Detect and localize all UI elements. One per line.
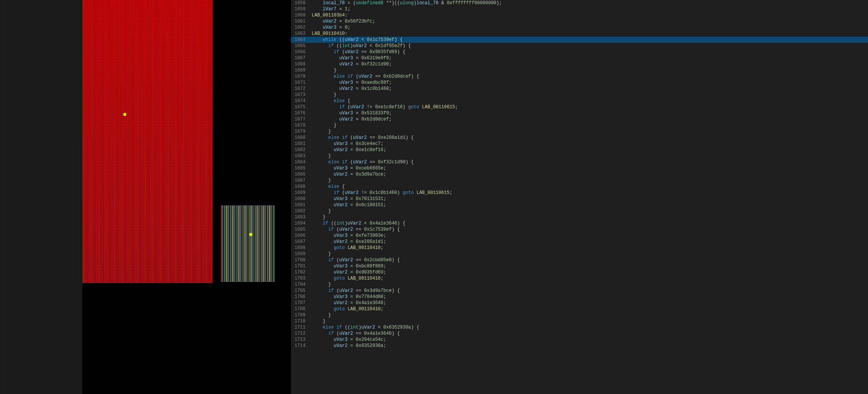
code-line-1695: 1695 if (uVar2 == 0x1c7539ef) { (291, 226, 868, 233)
code-panel[interactable]: 1658 local_78 = (undefined8 **)((ulong)l… (291, 0, 868, 394)
line-num-1688: 1688 (293, 184, 312, 190)
line-content-1686: uVar2 = 0x3d9a7bce; (312, 171, 386, 177)
code-line-1709: 1709 } (291, 312, 868, 318)
line-num-1691: 1691 (293, 202, 312, 208)
line-content-1710: } (312, 318, 325, 324)
line-num-1666: 1666 (293, 49, 312, 55)
line-content-1689: if (uVar2 != 0x1c0b1460) goto LAB_001106… (312, 190, 452, 196)
line-content-1671: uVar3 = 0xaedbc88f; (312, 80, 392, 86)
code-line-1691: 1691 uVar2 = 0x6c180151; (291, 202, 868, 208)
line-content-1698: goto LAB_00110410; (312, 245, 383, 251)
line-content-1714: uVar2 = 0x6352930a; (312, 343, 386, 349)
line-num-1665: 1665 (293, 43, 312, 49)
line-content-1704: } (312, 282, 331, 288)
line-num-1678: 1678 (293, 122, 312, 129)
code-line-1711: 1711 else if ((int)uVar2 < 0x6352930a) { (291, 324, 868, 331)
line-content-1660: LAB_001103b4: (312, 12, 348, 18)
line-num-1685: 1685 (293, 165, 312, 171)
code-line-1673: 1673 } (291, 92, 868, 98)
line-num-1693: 1693 (293, 214, 312, 220)
line-content-1693: } (312, 214, 325, 220)
line-num-1662: 1662 (293, 24, 312, 31)
code-line-1682: 1682 uVar2 = 0xe1c8ef16; (291, 147, 868, 153)
line-content-1695: if (uVar2 == 0x1c7539ef) { (312, 226, 400, 233)
line-content-1662: uVar3 = 0; (312, 24, 350, 31)
line-content-1685: uVar3 = 0xceb6665e; (312, 165, 386, 171)
line-content-1666: if (uVar2 == 0x9035fd69) { (312, 49, 405, 55)
line-num-1703: 1703 (293, 275, 312, 282)
code-line-1660: 1660 LAB_001103b4: (291, 12, 868, 18)
line-content-1708: goto LAB_00110410; (312, 306, 383, 312)
line-content-1712: if (uVar2 == 0x4a1e3646) { (312, 331, 400, 337)
line-content-1670: else if (uVar2 == 0xb2d0dcef) { (312, 73, 419, 80)
line-content-1684: else if (uVar2 == 0xf32c1d90) { (312, 159, 414, 165)
line-num-1679: 1679 (293, 129, 312, 135)
line-content-1705: if (uVar2 == 0x3d9a7bce) { (312, 288, 400, 294)
viz-canvas (0, 0, 291, 394)
line-content-1706: uVar3 = 0x77844d88; (312, 294, 386, 300)
code-line-1694: 1694 if ((int)uVar2 < 0x4a1e3646) { (291, 220, 868, 226)
line-content-1690: uVar3 = 0x70131531; (312, 196, 386, 202)
line-content-1676: uVar3 = 0x531833f9; (312, 110, 392, 116)
line-num-1675: 1675 (293, 104, 312, 110)
code-line-1661: 1661 uVar2 = 0x56f23bfc; (291, 18, 868, 24)
line-num-1706: 1706 (293, 294, 312, 300)
code-line-1681: 1681 uVar3 = 0x3ce4ec7; (291, 141, 868, 147)
line-num-1670: 1670 (293, 73, 312, 80)
line-content-1694: if ((int)uVar2 < 0x4a1e3646) { (312, 220, 405, 226)
line-num-1682: 1682 (293, 147, 312, 153)
viz-main (82, 0, 213, 283)
code-line-1680: 1680 else if (uVar2 == 0xe206a1d1) { (291, 135, 868, 141)
line-content-1691: uVar2 = 0x6c180151; (312, 202, 386, 208)
line-num-1687: 1687 (293, 177, 312, 184)
line-num-1663: 1663 (293, 31, 312, 37)
code-line-1658: 1658 local_78 = (undefined8 **)((ulong)l… (291, 0, 868, 6)
line-content-1667: uVar3 = 0x6319e0f9; (312, 55, 392, 61)
visualization-panel (0, 0, 291, 394)
line-content-1687: } (312, 177, 331, 184)
code-line-1705: 1705 if (uVar2 == 0x3d9a7bce) { (291, 288, 868, 294)
line-content-1688: else { (312, 184, 345, 190)
line-content-1692: } (312, 208, 331, 214)
line-content-1677: uVar2 = 0xb2d0dcef; (312, 116, 392, 122)
line-num-1681: 1681 (293, 141, 312, 147)
line-num-1699: 1699 (293, 251, 312, 257)
code-line-1699: 1699 } (291, 251, 868, 257)
line-num-1677: 1677 (293, 116, 312, 122)
line-content-1664: while ((uVar2 < 0x1c7539ef) { (312, 37, 403, 43)
line-num-1708: 1708 (293, 306, 312, 312)
line-content-1701: uVar3 = 0xbc88f889; (312, 263, 386, 269)
line-num-1696: 1696 (293, 233, 312, 239)
line-num-1697: 1697 (293, 239, 312, 245)
line-content-1680: else if (uVar2 == 0xe206a1d1) { (312, 135, 414, 141)
code-line-1668: 1668 uVar2 = 0xf32c1d90; (291, 61, 868, 67)
viz-left-bg (0, 0, 82, 394)
code-line-1683: 1683 } (291, 153, 868, 159)
line-num-1702: 1702 (293, 269, 312, 275)
line-content-1672: uVar2 = 0x1c0b1460; (312, 86, 392, 92)
code-container: 1658 local_78 = (undefined8 **)((ulong)l… (291, 0, 868, 394)
code-line-1706: 1706 uVar3 = 0x77844d88; (291, 294, 868, 300)
code-line-1663: 1663 LAB_00110410: (291, 31, 868, 37)
line-content-1678: } (312, 122, 337, 129)
line-num-1671: 1671 (293, 80, 312, 86)
line-num-1705: 1705 (293, 288, 312, 294)
line-num-1667: 1667 (293, 55, 312, 61)
line-content-1669: } (312, 67, 337, 73)
line-content-1696: uVar3 = 0xfe73983e; (312, 233, 386, 239)
line-content-1681: uVar3 = 0x3ce4ec7; (312, 141, 383, 147)
line-content-1711: else if ((int)uVar2 < 0x6352930a) { (312, 324, 419, 331)
code-line-1701: 1701 uVar3 = 0xbc88f889; (291, 263, 868, 269)
code-line-1703: 1703 goto LAB_00110410; (291, 275, 868, 282)
code-line-1679: 1679 } (291, 129, 868, 135)
line-num-1683: 1683 (293, 153, 312, 159)
line-num-1684: 1684 (293, 159, 312, 165)
code-line-1675: 1675 if (uVar2 != 0xe1c8ef16) goto LAB_0… (291, 104, 868, 110)
code-line-1688: 1688 else { (291, 184, 868, 190)
line-content-1697: uVar2 = 0xe206a1d1; (312, 239, 386, 245)
line-num-1710: 1710 (293, 318, 312, 324)
code-line-1684: 1684 else if (uVar2 == 0xf32c1d90) { (291, 159, 868, 165)
line-num-1661: 1661 (293, 18, 312, 24)
line-num-1659: 1659 (293, 6, 312, 12)
code-line-1665: 1665 if ((int)uVar2 < 0x1df95e2f) { (291, 43, 868, 49)
